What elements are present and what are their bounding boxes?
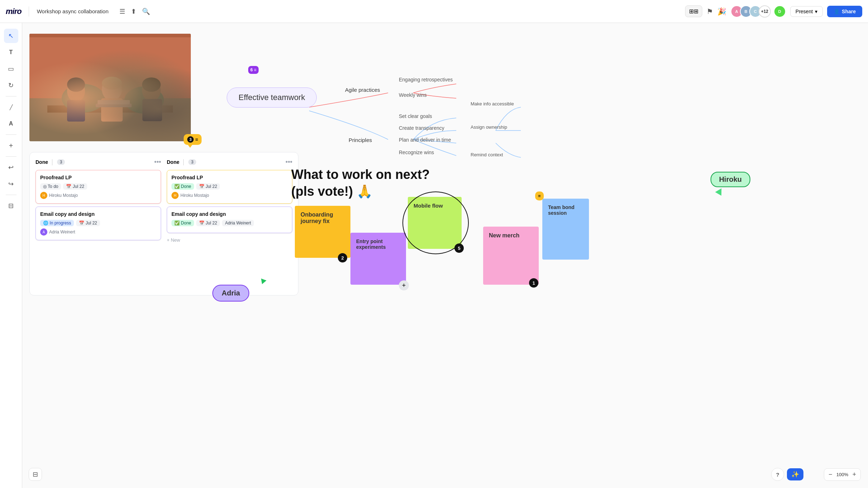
shapes-tool[interactable]: ↻ <box>4 78 18 93</box>
card3-status: ✅ Done <box>171 183 194 190</box>
frames-tool[interactable]: ⊟ <box>4 199 18 213</box>
avatar-group: A B C +12 D <box>731 5 786 18</box>
help-button[interactable]: ? <box>771 468 784 481</box>
adria-cursor-bubble: Adria <box>212 285 249 302</box>
present-button[interactable]: Present ▾ <box>790 6 823 17</box>
mindmap-info-label: Make info accessible <box>471 101 514 106</box>
mindmap-principles-label: Principles <box>349 137 372 143</box>
card1-username: Hiroku Mostajo <box>49 193 78 198</box>
svg-rect-12 <box>96 104 132 107</box>
minimap[interactable]: ⊟ <box>29 468 42 481</box>
card3-user: H Hiroku Mostajo <box>171 192 288 199</box>
mindmap-weekly-label: Weekly wins <box>399 92 427 98</box>
avatar-count: +12 <box>759 5 771 18</box>
kanban-card-4[interactable]: Email copy and design ✅ Done 📅 Jul 22 Ad… <box>167 207 292 233</box>
svg-point-10 <box>142 80 161 101</box>
text2-tool[interactable]: A <box>4 117 18 131</box>
card1-meta: ◎ To do 📅 Jul 22 <box>40 183 156 190</box>
board-title[interactable]: Workshop async collaboration <box>33 7 112 16</box>
card2-user: A Adria Weinert <box>40 228 156 236</box>
flag-icon[interactable]: ⚑ <box>707 7 713 16</box>
sticky-tool[interactable]: ▭ <box>4 62 18 76</box>
person-icon: 👤 <box>834 9 840 14</box>
card4-meta: ✅ Done 📅 Jul 22 Adria Weinert <box>171 220 288 226</box>
sticky-team-bond[interactable]: Team bond session <box>542 199 589 260</box>
photo-image <box>29 34 191 141</box>
svg-rect-1 <box>29 34 191 98</box>
svg-rect-7 <box>67 100 85 122</box>
comment-icon: ≡ <box>195 137 198 142</box>
badge-number: 6 <box>250 67 253 72</box>
share-button[interactable]: 👤 Share <box>827 6 862 17</box>
svg-point-16 <box>67 77 85 92</box>
sticky-new-merch[interactable]: New merch <box>483 227 539 285</box>
redo-tool[interactable]: ↪ <box>4 177 18 191</box>
card3-meta: ✅ Done 📅 Jul 22 <box>171 183 288 190</box>
onboarding-vote-badge: 2 <box>338 253 347 262</box>
svg-rect-11 <box>142 99 162 121</box>
col2-count: 3 <box>188 159 197 165</box>
card4-user-badge: Adria Weinert <box>222 220 254 226</box>
mobile-flow-vote-badge: 5 <box>454 243 464 253</box>
kanban-card-3[interactable]: Proofread LP ✅ Done 📅 Jul 22 H Hiroku Mo… <box>167 170 292 204</box>
topbar: miro Workshop async collaboration ☰ ⬆ 🔍 … <box>0 0 868 23</box>
sticky-onboarding[interactable]: Onboarding journey fix <box>295 206 350 258</box>
select-tool[interactable]: ↖ <box>4 29 18 43</box>
apps-button[interactable]: ⊞⊞ <box>685 5 702 17</box>
mindmap-center-node[interactable]: Effective teamwork <box>227 87 317 108</box>
upload-icon[interactable]: ⬆ <box>129 6 138 17</box>
svg-rect-13 <box>98 100 130 104</box>
party-icon[interactable]: 🎉 <box>717 7 726 16</box>
col1-count: 3 <box>57 159 65 165</box>
minimap-icon[interactable]: ⊟ <box>33 470 38 478</box>
zoom-out-button[interactable]: − <box>829 471 832 478</box>
mindmap-deliver-label: Plan and deliver in time <box>399 137 451 143</box>
mindmap-agile-label: Agile practices <box>345 87 380 93</box>
search-icon[interactable]: 🔍 <box>141 6 151 17</box>
adria-cursor-area <box>260 279 266 284</box>
undo-tool[interactable]: ↩ <box>4 160 18 175</box>
hiroku-cursor-icon <box>715 186 725 196</box>
card1-title: Proofread LP <box>40 175 156 180</box>
mindmap-wins-label: Recognize wins <box>399 150 434 155</box>
message-icon: ≡ <box>254 67 256 72</box>
add-new-label: + New <box>167 237 180 243</box>
bottom-controls: ? ✨ <box>771 468 803 481</box>
avatar-4: D <box>774 5 786 18</box>
canvas[interactable]: 3 ≡ Sita 6 ≡ <box>22 23 868 488</box>
zoom-in-button[interactable]: + <box>852 471 856 478</box>
magic-button[interactable]: ✨ <box>787 468 803 480</box>
share-label: Share <box>842 9 856 14</box>
svg-point-15 <box>142 77 161 92</box>
card1-avatar: H <box>40 192 47 199</box>
add-sticky-button[interactable]: + <box>399 280 409 290</box>
miro-logo: miro <box>6 7 22 16</box>
card3-date: 📅 Jul 22 <box>196 183 220 190</box>
menu-icon[interactable]: ☰ <box>118 6 127 17</box>
add-tool[interactable]: + <box>4 138 18 153</box>
kanban-col-1-header: Done │ 3 ••• <box>36 158 161 166</box>
svg-rect-2 <box>29 34 191 37</box>
new-merch-vote-badge: 1 <box>529 278 538 288</box>
present-label: Present <box>796 9 813 14</box>
svg-point-8 <box>102 78 122 101</box>
text-tool[interactable]: T <box>4 45 18 60</box>
svg-rect-9 <box>101 98 123 122</box>
card1-date: 📅 Jul 22 <box>63 183 87 190</box>
card3-username: Hiroku Mostajo <box>180 193 209 198</box>
adria-cursor-icon <box>259 279 266 285</box>
card2-avatar: A <box>40 228 47 236</box>
add-new-button[interactable]: + New <box>167 236 292 244</box>
mindmap-comment-badge[interactable]: 6 ≡ <box>248 66 259 74</box>
sticky-entry-point[interactable]: Entry point experiments <box>350 233 406 285</box>
card4-status: ✅ Done <box>171 220 194 226</box>
col1-menu[interactable]: ••• <box>154 158 161 166</box>
kanban-card-1[interactable]: Proofread LP ◎ To do 📅 Jul 22 H Hiroku M… <box>36 170 161 204</box>
mindmap: 6 ≡ Effective teamwork Agile practices E… <box>198 34 521 170</box>
kanban-card-2[interactable]: Email copy and design 🌐 In progress 📅 Ju… <box>36 207 161 240</box>
card2-date: 📅 Jul 22 <box>76 220 100 226</box>
mindmap-transparency-label: Create transparency <box>399 125 444 131</box>
pen-tool[interactable]: ╱ <box>4 100 18 114</box>
hiroku-cursor-bubble: Hiroku <box>711 172 750 187</box>
sticky-board-area: What to work on next?(pls vote!) 🙏 Hirok… <box>284 163 868 385</box>
